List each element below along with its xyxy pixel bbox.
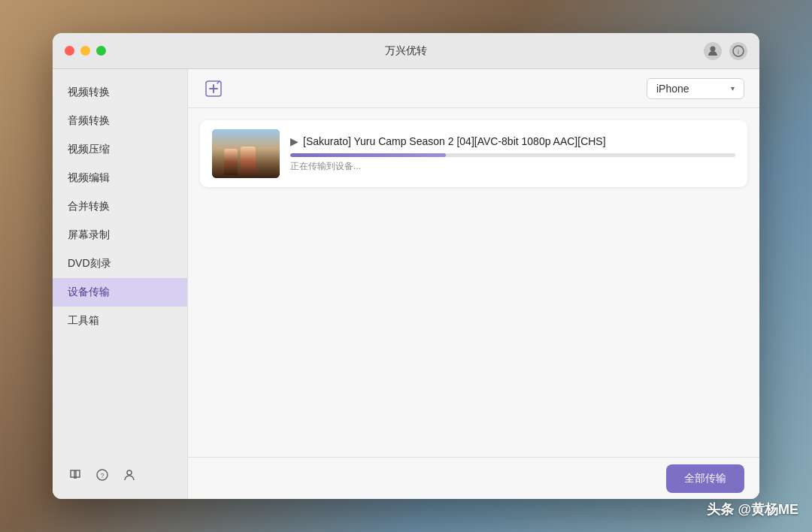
content-header: iPhone ▾ [188, 69, 759, 108]
sidebar-item-video-compress[interactable]: 视频压缩 [53, 135, 187, 164]
info-icon[interactable]: i [729, 42, 747, 60]
sidebar-item-audio-convert[interactable]: 音频转换 [53, 107, 187, 135]
progress-bar-fill [290, 153, 446, 157]
svg-point-0 [710, 46, 716, 51]
content-area: iPhone ▾ ▶[Sakurato] Yuru Camp Season 2 … [188, 69, 759, 499]
sidebar-item-device-transfer[interactable]: 设备传输 [53, 278, 187, 307]
watermark: 头条 @黄杨ME [707, 500, 798, 518]
app-window: 万兴优转 i 视频转换音频转换视频压缩视频编辑合并转换屏幕录制DVD刻录设备传输… [53, 33, 759, 499]
sidebar-item-video-convert[interactable]: 视频转换 [53, 78, 187, 107]
chevron-down-icon: ▾ [731, 84, 735, 92]
sidebar-nav: 视频转换音频转换视频压缩视频编辑合并转换屏幕录制DVD刻录设备传输工具箱 [53, 78, 187, 335]
video-play-icon: ▶ [290, 135, 298, 147]
sidebar-item-screen-record[interactable]: 屏幕录制 [53, 221, 187, 249]
minimize-button[interactable] [80, 46, 90, 56]
close-button[interactable] [65, 46, 74, 56]
svg-text:?: ? [100, 472, 104, 479]
user-avatar-icon[interactable] [704, 42, 722, 60]
file-thumbnail [212, 129, 280, 178]
svg-text:i: i [738, 48, 739, 56]
file-title-text: [Sakurato] Yuru Camp Season 2 [04][AVC-8… [303, 135, 606, 147]
sidebar-item-dvd-burn[interactable]: DVD刻录 [53, 249, 187, 278]
content-footer: 全部传输 [188, 457, 759, 499]
content-header-left [203, 78, 224, 99]
window-title: 万兴优转 [385, 44, 427, 58]
device-name: iPhone [656, 83, 725, 95]
file-info: ▶[Sakurato] Yuru Camp Season 2 [04][AVC-… [290, 135, 735, 173]
sidebar-item-toolbox[interactable]: 工具箱 [53, 307, 187, 335]
transfer-status-text: 正在传输到设备... [290, 160, 735, 173]
file-title: ▶[Sakurato] Yuru Camp Season 2 [04][AVC-… [290, 135, 735, 147]
title-bar-right: i [704, 42, 747, 60]
sidebar-bottom: ? [53, 460, 187, 490]
transfer-all-button[interactable]: 全部传输 [666, 464, 744, 493]
window-controls [65, 46, 106, 56]
title-bar: 万兴优转 i [53, 33, 759, 69]
question-icon[interactable]: ? [95, 467, 110, 482]
maximize-button[interactable] [96, 46, 106, 56]
sidebar: 视频转换音频转换视频压缩视频编辑合并转换屏幕录制DVD刻录设备传输工具箱 ? [53, 69, 188, 499]
progress-container: 正在传输到设备... [290, 153, 735, 173]
file-item: ▶[Sakurato] Yuru Camp Season 2 [04][AVC-… [200, 120, 747, 187]
file-list: ▶[Sakurato] Yuru Camp Season 2 [04][AVC-… [188, 108, 759, 457]
sidebar-item-video-edit[interactable]: 视频编辑 [53, 164, 187, 192]
svg-point-5 [127, 470, 132, 475]
add-file-icon[interactable] [203, 78, 224, 99]
sidebar-item-merge-convert[interactable]: 合并转换 [53, 192, 187, 221]
main-content: 视频转换音频转换视频压缩视频编辑合并转换屏幕录制DVD刻录设备传输工具箱 ? [53, 69, 759, 499]
progress-bar-background [290, 153, 735, 157]
device-selector[interactable]: iPhone ▾ [647, 78, 744, 99]
person-icon[interactable] [122, 467, 137, 482]
book-icon[interactable] [68, 467, 83, 482]
